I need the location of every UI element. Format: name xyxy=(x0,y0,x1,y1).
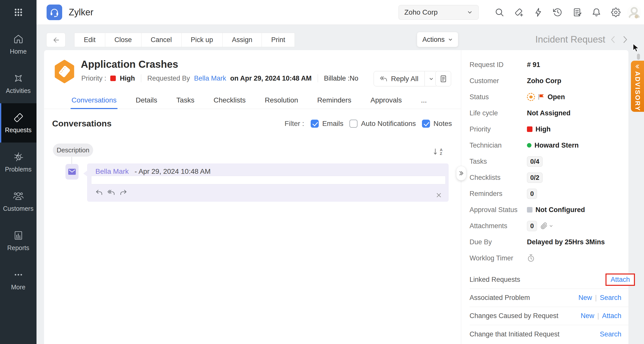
tab-reminders[interactable]: Reminders xyxy=(308,91,361,109)
reminders-count-badge[interactable]: 0 xyxy=(527,189,537,199)
filter-emails[interactable]: Emails xyxy=(311,120,343,128)
tab-more[interactable]: ... xyxy=(411,91,436,109)
apps-grid-button[interactable] xyxy=(0,0,37,25)
home-icon xyxy=(13,34,24,44)
sidebar-item-label: Reports xyxy=(7,244,29,252)
notes-checkbox[interactable] xyxy=(422,120,430,128)
actions-dropdown-button[interactable]: Actions xyxy=(417,32,458,47)
requested-on: on Apr 29, 2024 10:48 AM xyxy=(230,75,312,82)
reply-all-button[interactable]: Reply All xyxy=(374,71,425,86)
associated-problem-search-link[interactable]: Search xyxy=(600,294,621,302)
detail-row-tasks: Tasks 0/4 xyxy=(470,153,628,169)
priority-high-icon xyxy=(110,76,116,81)
sidebar-item-reports[interactable]: Reports xyxy=(0,221,37,260)
associated-problem-new-link[interactable]: New xyxy=(578,294,592,302)
assign-button[interactable]: Assign xyxy=(223,33,262,47)
ticket-icon xyxy=(13,112,24,123)
sidebar-item-label: Home xyxy=(10,48,27,55)
reply-icon[interactable] xyxy=(95,189,103,196)
tab-conversations[interactable]: Conversations xyxy=(62,91,126,109)
paperclip-icon xyxy=(541,222,548,229)
print-button[interactable]: Print xyxy=(262,33,295,47)
priority-value: High xyxy=(120,75,135,82)
request-action-buttons: Edit Close Cancel Pick up Assign Print xyxy=(74,33,295,47)
sidebar-item-more[interactable]: More xyxy=(0,260,37,300)
headset-icon xyxy=(49,7,59,17)
page-title-nav: Incident Request xyxy=(535,32,629,47)
detail-row-worklog-timer: Worklog Timer xyxy=(470,250,628,266)
note-icon xyxy=(439,75,447,83)
description-chip[interactable]: Description xyxy=(53,144,93,157)
changes-caused-new-link[interactable]: New xyxy=(581,312,594,320)
sidebar-item-requests[interactable]: Requests xyxy=(0,103,37,143)
reply-all-icon[interactable] xyxy=(108,189,115,196)
attachments-count-badge[interactable]: 0 xyxy=(527,221,537,231)
advisory-tab[interactable]: ADVISORY xyxy=(631,61,644,112)
sidebar-item-problems[interactable]: Problems xyxy=(0,143,37,182)
tab-approvals[interactable]: Approvals xyxy=(361,91,411,109)
prev-record-chevron-icon[interactable] xyxy=(609,35,617,44)
close-icon[interactable] xyxy=(436,192,442,198)
requester-link[interactable]: Bella Mark xyxy=(194,75,226,82)
message-timestamp: - Apr 29, 2024 10:48 AM xyxy=(135,167,211,175)
feedback-form-icon[interactable] xyxy=(567,5,587,20)
detail-row-technician: Technician Howard Stern xyxy=(470,137,628,153)
stopwatch-icon[interactable] xyxy=(527,254,535,262)
emails-checkbox[interactable] xyxy=(311,120,319,128)
org-selector[interactable]: Zoho Corp xyxy=(399,5,479,20)
filter-label: Filter : xyxy=(284,120,304,128)
user-avatar[interactable] xyxy=(627,5,641,20)
auto-notifications-checkbox[interactable] xyxy=(349,120,357,128)
changes-caused-attach-link[interactable]: Attach xyxy=(602,312,621,320)
history-icon[interactable] xyxy=(548,5,567,20)
tab-tasks[interactable]: Tasks xyxy=(167,91,204,109)
sidebar-item-customers[interactable]: Customers xyxy=(0,182,37,221)
detail-row-request-id: Request ID # 91 xyxy=(470,57,628,73)
notifications-bell-icon[interactable] xyxy=(587,5,606,20)
conversation-filters: Filter : Emails Auto Notifications Notes xyxy=(284,120,452,128)
cancel-button[interactable]: Cancel xyxy=(141,33,182,47)
sidebar-item-home[interactable]: Home xyxy=(0,25,37,64)
more-dots-icon xyxy=(13,269,24,280)
settings-gear-icon[interactable] xyxy=(606,5,625,20)
message-sender-link[interactable]: Bella Mark xyxy=(95,167,129,175)
tab-checklists[interactable]: Checklists xyxy=(204,91,255,109)
detail-row-due-by: Due By Delayed by 25Hrs 3Mins xyxy=(470,234,628,250)
chevron-down-icon xyxy=(448,37,453,42)
tasks-count-badge[interactable]: 0/4 xyxy=(527,156,543,167)
sidebar-item-activities[interactable]: Activities xyxy=(0,64,37,103)
scrollbar-thumb[interactable] xyxy=(637,54,640,60)
quick-actions-icon[interactable] xyxy=(528,5,548,20)
message-body-preview[interactable] xyxy=(91,176,446,184)
attach-file-control[interactable] xyxy=(541,222,553,229)
app-root: { "colors": { "accent_blue": "#3673e8", … xyxy=(0,0,644,344)
app-logo[interactable] xyxy=(47,5,62,20)
filter-auto-notifications[interactable]: Auto Notifications xyxy=(349,120,416,128)
pickup-button[interactable]: Pick up xyxy=(182,33,223,47)
reply-all-split-button: Reply All xyxy=(374,71,438,86)
tab-details[interactable]: Details xyxy=(126,91,167,109)
sidebar-item-label: Requests xyxy=(5,126,32,134)
search-icon[interactable] xyxy=(490,5,509,20)
detail-row-attachments: Attachments 0 xyxy=(470,218,628,234)
conversation-area: Application Crashes Priority : High Requ… xyxy=(44,50,461,344)
tab-resolution[interactable]: Resolution xyxy=(255,91,308,109)
linked-requests-attach-link[interactable]: Attach xyxy=(611,276,630,283)
add-note-button[interactable] xyxy=(435,71,451,86)
new-ticket-icon[interactable] xyxy=(509,5,528,20)
back-button[interactable] xyxy=(46,33,65,47)
change-initiated-search-link[interactable]: Search xyxy=(600,330,621,338)
close-button[interactable]: Close xyxy=(105,33,141,47)
request-meta: Priority : High Requested By Bella Mark … xyxy=(81,74,358,82)
edit-button[interactable]: Edit xyxy=(74,33,105,47)
sidebar-item-label: Problems xyxy=(5,166,32,173)
filter-notes[interactable]: Notes xyxy=(422,120,452,128)
sort-control[interactable]: AZ xyxy=(434,148,443,155)
panel-collapse-handle[interactable] xyxy=(456,166,466,181)
forward-icon[interactable] xyxy=(120,189,127,196)
conversation-message[interactable]: Bella Mark - Apr 29, 2024 10:48 AM xyxy=(87,163,449,202)
back-arrow-icon xyxy=(52,36,60,44)
next-record-chevron-icon[interactable] xyxy=(621,35,629,44)
checklists-count-badge[interactable]: 0/2 xyxy=(527,173,543,183)
app-name: Zylker xyxy=(69,7,93,18)
